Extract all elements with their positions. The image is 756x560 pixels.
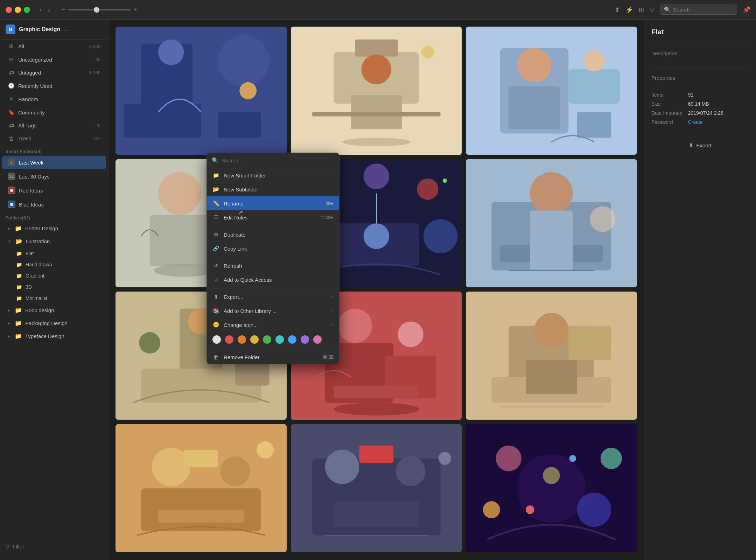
image-card-10[interactable] [115,424,287,552]
svg-point-82 [496,446,522,471]
sidebar-item-last-30-days[interactable]: 31 Last 30 Days [2,170,106,183]
share-icon[interactable]: ⬆ [615,6,620,14]
cm-export-label: Export... [224,294,243,300]
edit-rules-icon: ☰ [212,214,219,220]
cm-item-new-subfolder[interactable]: 📂 New Subfolder [207,182,339,196]
sidebar-item-untagged[interactable]: 🏷 Untagged 1,160 [2,66,106,79]
sidebar-item-recently-used[interactable]: 🕐 Recently Used [2,79,106,92]
rename-icon: ✏️ [212,200,219,206]
sidebar-item-illustration[interactable]: ▼ 📂 Illustration [2,235,106,247]
sidebar-item-poster-design[interactable]: ▶ 📁 Poster Design [2,222,106,234]
export-arrow-icon: › [332,294,334,300]
content-area: 🔍 📁 New Smart Folder 📂 New Subfolder ✏️ … [108,20,644,560]
svg-point-38 [442,178,447,182]
image-card-1[interactable] [115,27,287,155]
image-card-2[interactable] [291,27,462,155]
packaging-design-folder-icon: 📁 [15,320,22,327]
sidebar-header[interactable]: G Graphic Design ⌄ [0,20,108,40]
zoom-thumb[interactable] [94,7,99,13]
sidebar-item-community[interactable]: 🔖 Community [2,106,106,119]
sidebar-item-blue-ideas[interactable]: 🔲 Blue Ideas [2,198,106,211]
sidebar-item-random[interactable]: ✕ Random [2,93,106,105]
svg-point-20 [583,50,605,71]
color-white[interactable] [212,335,221,344]
packaging-design-expand-icon: ▶ [8,321,10,325]
cm-item-add-quick-access[interactable]: ☆ Add to Quick Access [207,273,339,287]
zoom-slider[interactable] [68,9,131,10]
sidebar-item-untagged-label: Untagged [18,70,41,76]
sidebar-item-last-week[interactable]: 7 Last Week [2,156,106,169]
filter-icon[interactable]: ▽ [650,6,654,14]
sidebar-item-hand-drawn[interactable]: 📁 Hand drawn [2,259,106,270]
password-create-link[interactable]: Create [688,119,749,125]
color-red[interactable] [225,335,233,344]
gradient-label: Gradient [26,273,44,279]
cm-item-edit-rules[interactable]: ☰ Edit Rules ⌥⌘R [207,210,339,224]
export-button[interactable]: ⬆ Export [651,139,749,151]
cm-item-copy-link[interactable]: 🔗 Copy Link [207,241,339,255]
cm-new-smart-folder-label: New Smart Folder [224,173,266,178]
zoom-out-icon[interactable]: − [62,6,65,13]
color-pink[interactable] [313,335,322,344]
sidebar-filter[interactable]: ▽ Filter [0,540,108,553]
cm-remove-folder-shortcut: ⌘⌫ [323,355,334,360]
bolt-icon[interactable]: ⚡ [625,6,633,14]
color-orange[interactable] [238,335,246,344]
svg-rect-78 [359,446,393,463]
color-teal[interactable] [275,335,284,344]
color-yellow[interactable] [250,335,259,344]
sidebar-item-gradient[interactable]: 📁 Gradient [2,271,106,281]
cm-item-refresh[interactable]: ↺ Refresh [207,259,339,273]
filter-sidebar-icon: ▽ [6,543,10,550]
svg-point-31 [363,163,389,189]
sidebar-item-flat[interactable]: 📁 Flat [2,248,106,259]
illustration-label: Illustration [26,238,50,244]
cm-item-rename[interactable]: ✏️ Rename ⌘R [207,196,339,210]
cm-item-add-other-library[interactable]: 📚 Add to Other Library ... › [207,304,339,318]
cm-item-change-icon[interactable]: 😊 Change Icon... › [207,318,339,332]
poster-design-folder-icon: 📁 [15,225,22,232]
image-card-3[interactable] [466,27,637,155]
maximize-button[interactable] [24,7,30,13]
sidebar-item-trash[interactable]: 🗑 Trash 137 [2,132,106,145]
sidebar-item-book-design[interactable]: ▶ 📁 Book design [2,304,106,316]
image-card-9[interactable] [466,292,637,420]
search-box[interactable]: 🔍 [660,5,737,15]
close-button[interactable] [6,7,12,13]
search-input[interactable] [673,7,733,13]
cm-edit-rules-label: Edit Rules [224,215,247,220]
book-design-label: Book design [25,307,54,313]
image-card-12[interactable] [466,424,637,552]
cm-item-remove-folder[interactable]: 🗑 Remove Folder ⌘⌫ [207,350,339,364]
recently-used-icon: 🕐 [8,83,15,89]
svg-point-79 [438,452,451,465]
cm-item-new-smart-folder[interactable]: 📁 New Smart Folder [207,168,339,182]
image-card-6[interactable] [466,159,637,287]
cm-item-export[interactable]: ⬆ Export... › [207,290,339,304]
sidebar-item-3d[interactable]: 📁 3D [2,282,106,292]
sidebar-item-all[interactable]: ⊞ All 2,603 [2,40,106,52]
svg-point-53 [338,309,372,343]
grid-icon[interactable]: ⊞ [639,6,644,14]
cm-item-duplicate[interactable]: ⧉ Duplicate [207,227,339,241]
zoom-in-icon[interactable]: + [134,6,138,13]
cm-divider-1 [207,226,339,226]
pin-icon[interactable]: 📌 [743,6,750,14]
color-green[interactable] [263,335,271,344]
sidebar-item-uncategorized[interactable]: ⊟ Uncategorized 30 [2,53,106,66]
sidebar-item-untagged-count: 1,160 [89,70,100,75]
sidebar-item-packaging-design[interactable]: ▶ 📁 Packaging Design [2,317,106,329]
context-menu-search-input[interactable] [222,158,334,163]
color-blue[interactable] [288,335,296,344]
sidebar-item-all-tags[interactable]: 🏷 All Tags 25 [2,119,106,132]
minimize-button[interactable] [15,7,21,13]
sidebar-item-typeface-design[interactable]: ▶ 📁 Typeface Design [2,330,106,342]
sidebar-item-minimalist[interactable]: 📁 Minimalist [2,293,106,303]
svg-point-49 [139,332,160,354]
color-purple[interactable] [301,335,309,344]
image-card-11[interactable] [291,424,462,553]
poster-design-expand-icon: ▶ [8,226,10,230]
forward-button[interactable]: › [46,4,52,15]
back-button[interactable]: ‹ [37,4,44,15]
sidebar-item-red-ideas[interactable]: 🔲 Red Ideas [2,184,106,197]
